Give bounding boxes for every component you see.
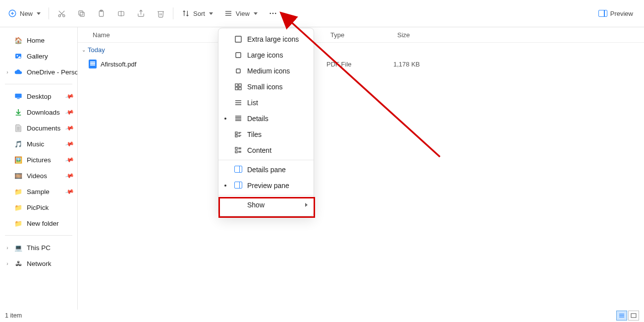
folder-icon: 📁 xyxy=(14,203,23,212)
view-button[interactable]: View xyxy=(220,5,262,22)
menu-item-small-icons[interactable]: Small icons xyxy=(218,79,314,95)
chevron-down-icon xyxy=(37,12,41,15)
plus-circle-icon xyxy=(8,9,17,18)
sidebar-item-onedrive[interactable]: › OneDrive - Persona xyxy=(0,64,77,80)
list-icon xyxy=(234,99,242,107)
sidebar-item-picpick[interactable]: 📁 PicPick xyxy=(0,199,77,215)
rename-button[interactable] xyxy=(112,5,129,22)
chevron-right-icon xyxy=(305,203,308,207)
share-button[interactable] xyxy=(132,5,149,22)
svg-rect-28 xyxy=(239,87,241,90)
sidebar-item-music[interactable]: 🎵 Music 📌 xyxy=(0,136,77,152)
sidebar-item-videos[interactable]: 🎞️ Videos 📌 xyxy=(0,168,77,184)
svg-point-15 xyxy=(269,13,271,14)
menu-item-tiles[interactable]: Tiles xyxy=(218,127,314,142)
menu-item-list[interactable]: List xyxy=(218,95,314,111)
svg-point-16 xyxy=(272,13,274,14)
selected-indicator xyxy=(224,185,226,187)
view-label: View xyxy=(236,10,250,17)
sort-icon xyxy=(181,9,190,18)
new-button[interactable]: New xyxy=(4,5,45,22)
file-row[interactable]: Afirstsoft.pdf PDF File 1,178 KB xyxy=(78,57,644,71)
gallery-icon xyxy=(14,52,23,61)
svg-rect-6 xyxy=(78,10,83,14)
sidebar-item-gallery[interactable]: Gallery xyxy=(0,48,77,64)
sidebar-item-this-pc[interactable]: › 💻 This PC xyxy=(0,240,77,256)
sidebar-item-new-folder[interactable]: 📁 New folder xyxy=(0,215,77,231)
menu-item-details-pane[interactable]: Details pane xyxy=(218,162,314,178)
sort-button[interactable]: Sort xyxy=(177,5,217,22)
view-mode-switch xyxy=(616,311,639,321)
preview-pane-icon xyxy=(234,182,242,190)
xl-icons-icon xyxy=(234,35,242,43)
folder-icon: 📁 xyxy=(14,187,23,196)
music-icon: 🎵 xyxy=(14,139,23,148)
details-view-mode-button[interactable] xyxy=(616,311,627,321)
group-label: Today xyxy=(88,46,105,54)
svg-rect-21 xyxy=(17,98,19,99)
expand-icon[interactable]: › xyxy=(5,245,10,251)
navigation-sidebar: 🏠 Home Gallery › OneDrive - Persona Desk… xyxy=(0,27,78,310)
menu-item-large-icons[interactable]: Large icons xyxy=(218,47,314,63)
sidebar-label: Gallery xyxy=(27,53,77,60)
toolbar: New Sort View Preview xyxy=(0,0,644,27)
sidebar-item-desktop[interactable]: Desktop 📌 xyxy=(0,88,77,104)
status-item-count: 1 item xyxy=(5,312,22,319)
more-button[interactable] xyxy=(265,5,281,22)
paste-button[interactable] xyxy=(93,5,109,22)
rename-icon xyxy=(116,9,125,18)
ellipsis-icon xyxy=(268,9,277,18)
menu-item-medium-icons[interactable]: Medium icons xyxy=(218,63,314,79)
home-icon: 🏠 xyxy=(14,36,23,45)
small-icons-icon xyxy=(234,83,242,91)
copy-button[interactable] xyxy=(73,5,90,22)
chevron-down-icon: ⌄ xyxy=(82,47,86,53)
sidebar-item-home[interactable]: 🏠 Home xyxy=(0,32,77,48)
svg-rect-36 xyxy=(235,132,237,134)
svg-rect-42 xyxy=(235,147,237,149)
status-bar: 1 item xyxy=(0,309,644,322)
delete-button[interactable] xyxy=(152,5,169,22)
content-icon xyxy=(234,146,242,154)
column-headers: Name Type Size xyxy=(78,27,644,43)
column-header-type[interactable]: Type xyxy=(330,31,397,39)
menu-item-xl-icons[interactable]: Extra large icons xyxy=(218,31,314,47)
sidebar-item-documents[interactable]: Documents 📌 xyxy=(0,120,77,136)
cut-icon xyxy=(57,9,66,18)
sidebar-item-pictures[interactable]: 🖼️ Pictures 📌 xyxy=(0,152,77,168)
sidebar-label: New folder xyxy=(27,220,77,227)
folder-icon: 📁 xyxy=(14,219,23,228)
menu-item-details[interactable]: Details xyxy=(218,111,314,127)
share-icon xyxy=(136,9,145,18)
cut-button[interactable] xyxy=(53,5,70,22)
chevron-down-icon xyxy=(209,12,213,15)
menu-item-content[interactable]: Content xyxy=(218,142,314,158)
group-header-today[interactable]: ⌄ Today xyxy=(78,43,644,57)
tiles-icon xyxy=(234,130,242,138)
paste-icon xyxy=(97,9,106,18)
preview-toggle-button[interactable]: Preview xyxy=(594,5,640,22)
file-list-pane: Name Type Size ⌄ Today Afirstsoft.pdf PD… xyxy=(78,27,644,310)
thumbnails-view-mode-button[interactable] xyxy=(628,311,639,321)
view-icon xyxy=(224,9,233,18)
sidebar-label: PicPick xyxy=(27,204,77,211)
sidebar-item-downloads[interactable]: Downloads 📌 xyxy=(0,104,77,120)
svg-rect-22 xyxy=(235,36,241,42)
file-size: 1,178 KB xyxy=(393,61,644,68)
menu-item-preview-pane[interactable]: Preview pane xyxy=(218,178,314,193)
sidebar-item-sample[interactable]: 📁 Sample 📌 xyxy=(0,184,77,199)
svg-rect-24 xyxy=(236,69,240,73)
desktop-icon xyxy=(14,92,23,101)
expand-icon[interactable]: › xyxy=(5,261,10,266)
menu-item-show[interactable]: Show xyxy=(218,197,314,213)
svg-rect-20 xyxy=(15,94,21,98)
column-header-size[interactable]: Size xyxy=(397,31,644,39)
pc-icon: 💻 xyxy=(14,243,23,252)
pictures-icon: 🖼️ xyxy=(14,155,23,164)
svg-rect-26 xyxy=(239,84,241,86)
body: 🏠 Home Gallery › OneDrive - Persona Desk… xyxy=(0,27,644,310)
svg-rect-27 xyxy=(235,87,238,90)
expand-icon[interactable]: › xyxy=(5,69,10,75)
sidebar-item-network[interactable]: › 🖧 Network xyxy=(0,256,77,271)
cloud-icon xyxy=(14,67,23,76)
